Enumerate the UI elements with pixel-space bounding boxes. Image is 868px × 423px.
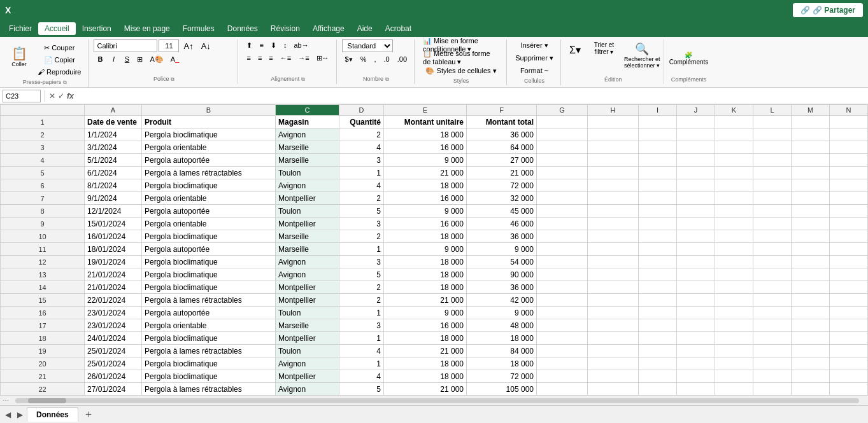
cell-N14[interactable]: [830, 281, 868, 294]
share-button[interactable]: 🔗 🔗 Partager: [793, 3, 863, 17]
cell-J3[interactable]: [677, 141, 715, 154]
align-center-button[interactable]: ≡: [255, 52, 265, 64]
formula-insert-function-icon[interactable]: fx: [67, 92, 74, 101]
cell-K22[interactable]: [715, 383, 753, 396]
cell-j1[interactable]: [677, 116, 715, 128]
cell-e9[interactable]: 16 000: [384, 218, 467, 230]
cell-e22[interactable]: 21 000: [384, 383, 467, 396]
menu-mise-en-page[interactable]: Mise en page: [118, 22, 176, 35]
cell-k1[interactable]: [715, 116, 753, 128]
cell-e6[interactable]: 18 000: [384, 179, 467, 192]
menu-aide[interactable]: Aide: [351, 22, 379, 35]
cell-K5[interactable]: [715, 167, 753, 179]
cell-b11[interactable]: Pergola autoportée: [142, 243, 276, 256]
font-color-button[interactable]: A_: [167, 53, 182, 65]
cell-L22[interactable]: [753, 383, 792, 396]
cell-K14[interactable]: [715, 281, 753, 294]
cell-d22[interactable]: 5: [339, 383, 384, 396]
merge-center-button[interactable]: ⊞↔: [313, 52, 332, 64]
row-header-22[interactable]: 22: [1, 383, 85, 396]
cell-M17[interactable]: [792, 319, 830, 332]
sheet-tab-donnees[interactable]: Données: [27, 407, 78, 422]
cell-c8[interactable]: Toulon: [276, 205, 339, 218]
cell-I11[interactable]: [639, 243, 677, 256]
cell-e10[interactable]: 18 000: [384, 230, 467, 243]
cell-G21[interactable]: [537, 370, 588, 383]
col-header-f[interactable]: F: [467, 105, 537, 116]
cell-f10[interactable]: 36 000: [467, 230, 537, 243]
cell-L21[interactable]: [753, 370, 792, 383]
cell-b4[interactable]: Pergola autoportée: [142, 154, 276, 167]
cell-d20[interactable]: 1: [339, 357, 384, 370]
cell-d17[interactable]: 3: [339, 319, 384, 332]
cell-f17[interactable]: 48 000: [467, 319, 537, 332]
cell-b1[interactable]: Produit: [142, 116, 276, 128]
cell-a14[interactable]: 21/01/2024: [85, 281, 142, 294]
increase-indent-button[interactable]: →≡: [295, 52, 312, 64]
row-header-7[interactable]: 7: [1, 192, 85, 205]
cell-H19[interactable]: [588, 345, 639, 357]
cell-a5[interactable]: 6/1/2024: [85, 167, 142, 179]
cell-H11[interactable]: [588, 243, 639, 256]
col-header-i[interactable]: I: [639, 105, 677, 116]
cell-G18[interactable]: [537, 332, 588, 345]
cell-N10[interactable]: [830, 230, 868, 243]
cell-G3[interactable]: [537, 141, 588, 154]
row-header-11[interactable]: 11: [1, 243, 85, 256]
cell-b9[interactable]: Pergola orientable: [142, 218, 276, 230]
cell-N21[interactable]: [830, 370, 868, 383]
cell-N22[interactable]: [830, 383, 868, 396]
cell-L4[interactable]: [753, 154, 792, 167]
cell-K17[interactable]: [715, 319, 753, 332]
cell-H13[interactable]: [588, 268, 639, 281]
cell-M18[interactable]: [792, 332, 830, 345]
cell-M20[interactable]: [792, 357, 830, 370]
cell-G9[interactable]: [537, 218, 588, 230]
format-button[interactable]: Format ~: [512, 65, 557, 76]
cell-L8[interactable]: [753, 205, 792, 218]
row-header-20[interactable]: 20: [1, 357, 85, 370]
cell-J13[interactable]: [677, 268, 715, 281]
cell-N15[interactable]: [830, 294, 868, 307]
cell-f12[interactable]: 54 000: [467, 256, 537, 268]
col-header-h[interactable]: H: [588, 105, 639, 116]
cell-J11[interactable]: [677, 243, 715, 256]
cell-b18[interactable]: Pergola bioclimatique: [142, 332, 276, 345]
cell-c17[interactable]: Marseille: [276, 319, 339, 332]
cell-N13[interactable]: [830, 268, 868, 281]
cell-a3[interactable]: 3/1/2024: [85, 141, 142, 154]
cell-styles-button[interactable]: 🎨 Styles de cellules ▾: [420, 65, 502, 76]
cell-G15[interactable]: [537, 294, 588, 307]
cell-K19[interactable]: [715, 345, 753, 357]
cell-d6[interactable]: 4: [339, 179, 384, 192]
cell-e1[interactable]: Montant unitaire: [384, 116, 467, 128]
cell-L6[interactable]: [753, 179, 792, 192]
cell-H5[interactable]: [588, 167, 639, 179]
cell-c9[interactable]: Montpellier: [276, 218, 339, 230]
cell-N18[interactable]: [830, 332, 868, 345]
supprimer-button[interactable]: Supprimer ▾: [512, 52, 557, 64]
cell-N3[interactable]: [830, 141, 868, 154]
cell-J4[interactable]: [677, 154, 715, 167]
col-header-g[interactable]: G: [537, 105, 588, 116]
cell-c5[interactable]: Toulon: [276, 167, 339, 179]
cell-a2[interactable]: 1/1/2024: [85, 128, 142, 141]
cell-J7[interactable]: [677, 192, 715, 205]
cell-N20[interactable]: [830, 357, 868, 370]
cell-J10[interactable]: [677, 230, 715, 243]
cell-I21[interactable]: [639, 370, 677, 383]
cell-I20[interactable]: [639, 357, 677, 370]
cell-I15[interactable]: [639, 294, 677, 307]
cell-e15[interactable]: 21 000: [384, 294, 467, 307]
cell-b21[interactable]: Pergola bioclimatique: [142, 370, 276, 383]
col-header-k[interactable]: K: [715, 105, 753, 116]
cell-f7[interactable]: 32 000: [467, 192, 537, 205]
cell-c12[interactable]: Avignon: [276, 256, 339, 268]
horizontal-scrollbar[interactable]: [15, 398, 859, 403]
cell-d4[interactable]: 3: [339, 154, 384, 167]
cell-c15[interactable]: Montpellier: [276, 294, 339, 307]
cell-f1[interactable]: Montant total: [467, 116, 537, 128]
cell-f6[interactable]: 72 000: [467, 179, 537, 192]
scrollbar-thumb[interactable]: [28, 398, 66, 403]
cell-a8[interactable]: 12/1/2024: [85, 205, 142, 218]
